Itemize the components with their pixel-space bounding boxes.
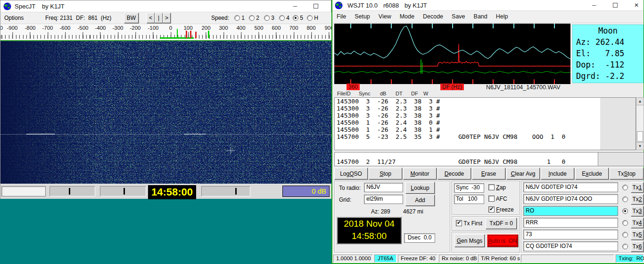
scroll-right-button[interactable]: > — [163, 13, 171, 23]
tx1-button[interactable]: Tx1 — [631, 182, 644, 193]
tolerance-box[interactable]: Tol 100 — [454, 195, 484, 204]
tx5-button[interactable]: Tx5 — [631, 230, 644, 240]
include-button[interactable]: Include — [541, 168, 574, 179]
erase-button[interactable]: Erase — [472, 168, 505, 179]
decode-button[interactable]: Decode — [438, 168, 471, 179]
waterfall-noise — [0, 40, 332, 184]
maximize-icon[interactable]: ☐ — [308, 0, 324, 12]
zap-checkbox[interactable]: Zap — [488, 184, 506, 191]
specjt-bottom-bar: 14:58:00 0 dB — [0, 184, 332, 199]
menu-mode[interactable]: Mode — [396, 13, 419, 20]
speed-radio-2[interactable]: 2 — [249, 15, 259, 21]
scrollbar-thumb[interactable] — [637, 131, 643, 142]
lookup-button[interactable]: Lookup — [405, 182, 435, 194]
options-menu[interactable]: Options — [4, 15, 24, 21]
decode-row: 145700 5 -23 2.5 35 3 # GD0TEP N6JV CM98… — [335, 133, 600, 140]
speed-radio-h[interactable]: H — [307, 15, 318, 21]
tx4-message-input[interactable]: RRR — [523, 218, 618, 228]
speed-radio-1[interactable]: 1 — [234, 15, 245, 21]
exclude-button[interactable]: Exclude — [575, 168, 609, 179]
tx5-message-input[interactable]: 73 — [523, 230, 618, 239]
afc-checkbox[interactable]: AFC — [488, 196, 507, 202]
decode-scrollbar[interactable]: ▲ ▼ — [636, 97, 644, 150]
status-filler — [521, 255, 614, 263]
col-fileid: FileID — [337, 91, 351, 96]
sync-threshold-box[interactable]: Sync -30 — [454, 183, 484, 193]
menu-setup[interactable]: Setup — [350, 13, 374, 20]
tx3-radio[interactable] — [622, 208, 628, 214]
minimize-icon[interactable]: ─ — [586, 0, 602, 10]
tx-first-checkbox[interactable]: Tx First — [456, 220, 482, 227]
tx6-button[interactable]: Tx6 — [631, 241, 644, 252]
ruler-label: 0 — [0, 25, 3, 31]
scroll-up-icon[interactable]: ▲ — [636, 98, 644, 105]
slider-handle[interactable] — [235, 188, 237, 195]
log-qso-button[interactable]: Log QSO — [334, 168, 368, 179]
specjt-titlebar[interactable]: SpecJT by K1JT ─ ☐ — [0, 0, 331, 12]
tx-stop-button[interactable]: Tx Stop — [610, 168, 644, 179]
dsec-box[interactable]: Dsec 0.0 — [404, 233, 435, 243]
tx2-button[interactable]: Tx2 — [631, 194, 644, 204]
bw-button[interactable]: BW — [124, 13, 139, 23]
ruler-label: -600 — [59, 25, 70, 31]
contrast-slider[interactable] — [201, 186, 250, 196]
azimuth-readout: Az: 289 — [371, 208, 390, 215]
tx1-message-input[interactable]: N6JV GD0TEP IO74 — [523, 182, 618, 192]
menu-view[interactable]: View — [374, 13, 396, 20]
speed-radio-3[interactable]: 3 — [264, 15, 274, 21]
spectrum-plot[interactable] — [334, 24, 570, 84]
waterfall-display[interactable] — [0, 40, 332, 184]
freeze-checkbox[interactable]: Freeze — [488, 206, 514, 213]
gain-slider[interactable] — [50, 186, 95, 196]
tx3-message-input[interactable]: RO — [523, 206, 618, 216]
scroll-center-button[interactable]: | — [155, 13, 163, 23]
col-sync: Sync — [359, 91, 370, 96]
scroll-down-icon[interactable]: ▼ — [636, 142, 644, 150]
menu-file[interactable]: File — [332, 13, 350, 20]
tx1-radio[interactable] — [622, 184, 628, 191]
scroll-left-button[interactable]: < — [147, 13, 155, 23]
decode-area-filler — [600, 97, 636, 150]
tx4-radio[interactable] — [622, 220, 628, 226]
col-w: W — [423, 91, 428, 96]
decode-text-area[interactable]: 145300 3 -26 2.3 38 3 # 145300 3 -26 2.3… — [334, 97, 600, 150]
zero-slider[interactable] — [100, 186, 146, 196]
col-dt: DT — [396, 91, 403, 96]
tx4-button[interactable]: Tx4 — [631, 218, 644, 228]
average-text-area[interactable]: 145700 2 11/27 GD0TEP N6JV CM98 1 0 — [334, 152, 598, 166]
monitor-button[interactable]: Monitor — [403, 168, 437, 179]
frequency-ruler[interactable]: 0 -900 -800 -700 -600 -500 -400 -300 -20… — [0, 24, 332, 40]
add-button[interactable]: Add — [405, 195, 435, 206]
tx3-button[interactable]: Tx3 — [631, 206, 644, 216]
wsjt-titlebar[interactable]: WSJT 10.0 r6088 by K1JT ─ ☐ ✕ — [332, 0, 644, 11]
menu-save[interactable]: Save — [447, 13, 470, 20]
tx2-message-input[interactable]: N6JV GD0TEP IO74 OOO — [523, 194, 618, 204]
txdf-button[interactable]: TxDF = 0 — [486, 218, 517, 229]
grid-input[interactable]: el29im — [364, 195, 403, 204]
wsjt-statusbar: 1.0000 1.0000 JT65A Freeze DF: 40 Rx noi… — [332, 253, 644, 263]
menu-help[interactable]: Help — [492, 13, 512, 20]
speed-radio-4[interactable]: 4 — [279, 15, 289, 21]
tx5-radio[interactable] — [622, 231, 628, 238]
clear-avg-button[interactable]: Clear Avg — [506, 168, 540, 179]
menu-band[interactable]: Band — [470, 13, 492, 20]
auto-on-button[interactable]: Auto is ON — [487, 234, 518, 247]
slider-handle[interactable] — [124, 188, 125, 195]
tx6-radio[interactable] — [622, 243, 628, 250]
ruler-label: 300 — [219, 25, 228, 31]
gen-msgs-button[interactable]: Gen Msgs — [454, 234, 485, 247]
tx2-radio[interactable] — [622, 196, 628, 203]
status-ratios: 1.0000 1.0000 — [333, 255, 373, 263]
freq-readout: Freq: 2131 — [45, 15, 73, 21]
to-radio-input[interactable]: N6JV — [364, 183, 403, 192]
menu-decode[interactable]: Decode — [419, 13, 447, 20]
tx6-message-input[interactable]: CQ GD0TEP IO74 — [523, 241, 618, 251]
minimize-icon[interactable]: ─ — [287, 0, 303, 12]
close-icon[interactable]: ✕ — [628, 0, 644, 10]
stop-button[interactable]: Stop — [369, 168, 402, 179]
slider-handle[interactable] — [69, 188, 70, 195]
speed-radio-5[interactable]: 5 — [293, 15, 303, 21]
tx-tone-marker — [195, 32, 197, 38]
wsjt-byline: by K1JT — [405, 2, 427, 9]
maximize-icon[interactable]: ☐ — [607, 0, 623, 10]
